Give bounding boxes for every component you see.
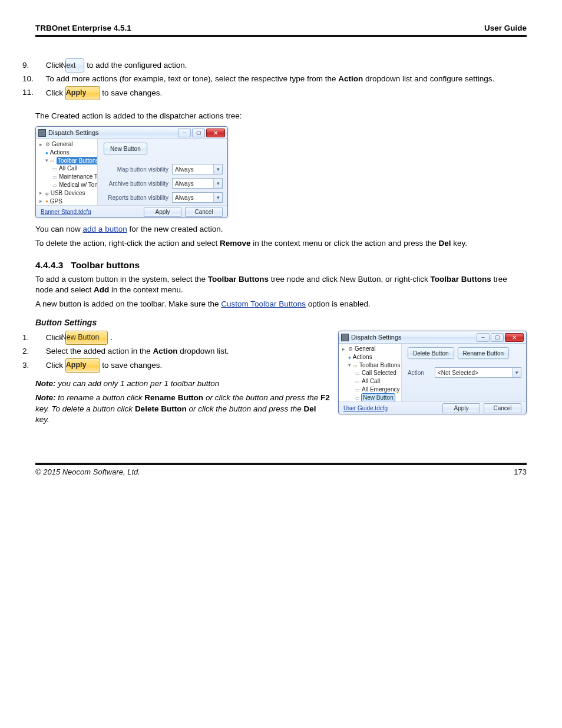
- close-icon[interactable]: ✕: [505, 333, 524, 342]
- window-icon: [38, 129, 46, 137]
- toolbar-p1: To add a custom button in the system, se…: [35, 274, 527, 295]
- minimize-icon[interactable]: –: [477, 333, 490, 342]
- subsection-button-settings: Button Settings: [35, 318, 527, 327]
- archive-visibility-dropdown[interactable]: Always▾: [172, 178, 223, 189]
- header-right: User Guide: [484, 24, 527, 32]
- toolbar-p2: A new button is added on the toolbar. Ma…: [35, 299, 527, 309]
- dialog-apply-button[interactable]: Apply: [442, 403, 480, 413]
- reports-visibility-label: Reports button visibility: [104, 195, 168, 201]
- lead-paragraph: The Created action is added to the dispa…: [35, 111, 527, 121]
- action-label: Action: [408, 370, 431, 376]
- apply-button-2[interactable]: Apply: [65, 358, 100, 373]
- copyright: © 2015 Neocom Software, Ltd.: [35, 467, 140, 476]
- maximize-icon[interactable]: ▢: [192, 129, 205, 137]
- archive-visibility-label: Archive button visibility: [104, 180, 168, 187]
- dialog-cancel-button[interactable]: Cancel: [185, 207, 223, 217]
- add-a-button-link[interactable]: add a button: [83, 225, 127, 233]
- step-9: 9. Click Next to add the configured acti…: [35, 58, 527, 73]
- maximize-icon[interactable]: ▢: [491, 333, 504, 342]
- config-file-link[interactable]: User Guide.tdcfg: [343, 405, 439, 411]
- minimize-icon[interactable]: –: [178, 129, 191, 137]
- config-file-link[interactable]: Banner Stand.tdcfg: [41, 209, 140, 215]
- header-left: TRBOnet Enterprise 4.5.1: [35, 24, 131, 32]
- map-visibility-label: Map button visibility: [104, 166, 168, 173]
- page-number: 173: [514, 467, 527, 476]
- step-11: 11. Click Apply to save changes.: [35, 86, 527, 100]
- next-button[interactable]: Next: [65, 58, 85, 73]
- dialog-cancel-button[interactable]: Cancel: [484, 403, 521, 413]
- delete-button[interactable]: Delete Button: [408, 347, 454, 359]
- settings-tree[interactable]: ▸General Actions ▾Toolbar Buttons Call S…: [339, 344, 402, 403]
- custom-toolbar-buttons-link[interactable]: Custom Toolbar Buttons: [221, 299, 306, 308]
- step-10: 10. To add more actions (for example, te…: [35, 74, 527, 85]
- screenshot-dispatch-settings-2: Dispatch Settings – ▢ ✕ ▸General Actions…: [338, 331, 527, 414]
- new-button[interactable]: New Button: [104, 143, 147, 154]
- footer-rule: [35, 463, 527, 465]
- apply-button-1[interactable]: Apply: [65, 86, 100, 100]
- window-title: Dispatch Settings: [351, 334, 475, 341]
- screenshot-dispatch-settings-1: Dispatch Settings – ▢ ✕ ▸General Actions…: [35, 126, 228, 218]
- rename-button[interactable]: Rename Button: [458, 347, 510, 359]
- settings-tree[interactable]: ▸General Actions ▾Toolbar Buttons All Ca…: [36, 139, 98, 206]
- dialog-apply-button[interactable]: Apply: [144, 207, 181, 217]
- follow-p2: To delete the action, right-click the ac…: [35, 238, 527, 249]
- section-heading-toolbar: 4.4.4.3 Toolbar buttons: [35, 260, 527, 271]
- action-dropdown[interactable]: <Not Selected>▾: [435, 367, 521, 378]
- new-button-yellow[interactable]: New Button: [65, 331, 108, 345]
- map-visibility-dropdown[interactable]: Always▾: [172, 164, 223, 174]
- follow-p1: You can now add a button for the new cre…: [35, 224, 527, 235]
- reports-visibility-dropdown[interactable]: Always▾: [172, 192, 223, 203]
- window-title: Dispatch Settings: [48, 129, 177, 136]
- header-rule: [35, 35, 527, 37]
- close-icon[interactable]: ✕: [206, 129, 225, 137]
- window-icon: [341, 334, 349, 341]
